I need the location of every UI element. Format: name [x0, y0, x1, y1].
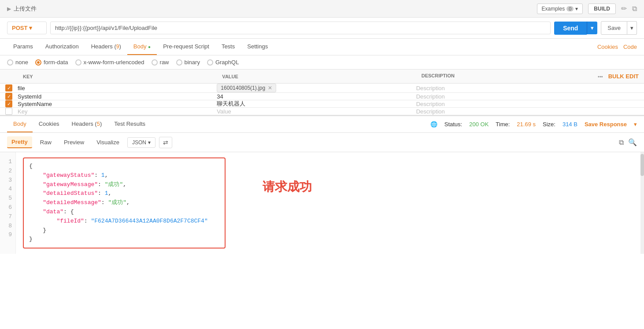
code-link[interactable]: Code	[623, 44, 637, 50]
send-button[interactable]: Send	[554, 22, 587, 35]
key-cell-1	[18, 84, 217, 93]
save-button-group: Save ▾	[601, 21, 637, 35]
wrap-button[interactable]: ⇄	[159, 137, 172, 148]
checkbox-2[interactable]	[5, 93, 12, 100]
save-response-button[interactable]: Save Response	[585, 121, 627, 128]
desc-cell-1	[416, 84, 644, 93]
rtab-headers[interactable]: Headers (5)	[66, 116, 108, 132]
row-checkbox-2[interactable]	[0, 93, 18, 100]
radio-form-data[interactable]: form-data	[35, 59, 68, 66]
tab-headers[interactable]: Headers (9)	[85, 39, 127, 55]
radio-dot-binary	[176, 59, 182, 66]
body-type-row: none form-data x-www-form-urlencoded raw…	[0, 55, 644, 69]
search-response-icon[interactable]: 🔍	[628, 138, 637, 146]
radio-dot-raw	[152, 59, 158, 66]
format-select[interactable]: JSON ▾	[127, 137, 155, 148]
checkbox-3[interactable]	[5, 100, 12, 107]
radio-none[interactable]: none	[7, 59, 28, 66]
size-label: Size:	[543, 121, 555, 128]
viewer-row: Pretty Raw Preview Visualize JSON ▾ ⇄ ⧉ …	[0, 133, 644, 152]
examples-badge: 0	[566, 6, 574, 11]
copy-icon[interactable]: ⧉	[632, 5, 637, 13]
scrollbar-track[interactable]	[640, 152, 644, 254]
key-header: KEY	[18, 69, 217, 84]
desc-input-1[interactable]	[416, 85, 644, 91]
radio-urlencoded[interactable]: x-www-form-urlencoded	[75, 59, 144, 66]
arrow-icon: ▶	[7, 6, 11, 12]
tab-params[interactable]: Params	[7, 39, 39, 55]
save-dropdown-button[interactable]: ▾	[627, 21, 637, 35]
row-checkbox-1[interactable]	[0, 84, 18, 93]
build-button[interactable]: BUILD	[588, 4, 616, 14]
title-area: ▶ 上传文件	[7, 5, 37, 13]
globe-icon: 🌐	[430, 121, 437, 128]
checkbox-1[interactable]	[5, 84, 12, 91]
url-input[interactable]	[50, 22, 551, 34]
rtab-body[interactable]: Body	[7, 116, 33, 132]
bulk-edit-button[interactable]: Bulk Edit	[608, 73, 639, 80]
request-tabs: Params Authorization Headers (9) Body ● …	[7, 39, 274, 55]
key-input-2[interactable]	[18, 93, 217, 100]
row-checkbox-3[interactable]	[0, 100, 18, 108]
desc-input-empty[interactable]	[416, 108, 644, 115]
method-select[interactable]: POST ▾	[7, 22, 47, 34]
value-header: VALUE	[217, 69, 416, 84]
cookies-link[interactable]: Cookies	[597, 44, 618, 50]
time-label: Time:	[496, 121, 510, 128]
viewer-right-actions: ⧉ 🔍	[619, 138, 637, 146]
tab-pre-request[interactable]: Pre-request Script	[157, 39, 215, 55]
more-options-icon[interactable]: •••	[598, 74, 603, 79]
page-title: 上传文件	[14, 5, 37, 13]
tab-settings[interactable]: Settings	[241, 39, 274, 55]
key-cell-3	[18, 100, 217, 108]
save-button[interactable]: Save	[601, 21, 627, 35]
radio-binary[interactable]: binary	[176, 59, 200, 66]
radio-graphql[interactable]: GraphQL	[207, 59, 239, 66]
value-cell-empty	[217, 108, 416, 115]
value-input-3[interactable]	[217, 101, 416, 107]
send-dropdown-button[interactable]: ▾	[587, 22, 597, 34]
format-dropdown-icon: ▾	[148, 139, 151, 146]
tab-authorization[interactable]: Authorization	[39, 39, 85, 55]
checkbox-empty[interactable]	[5, 108, 12, 115]
remove-file-icon[interactable]: ✕	[268, 85, 272, 91]
code-block: { "gatewayStatus": 1, "gatewayMessage": …	[23, 157, 226, 249]
key-input-3[interactable]	[18, 101, 217, 107]
response-meta: 🌐 Status: 200 OK Time: 21.69 s Size: 314…	[430, 121, 637, 128]
desc-cell-2	[416, 93, 644, 100]
key-input-empty[interactable]	[18, 108, 217, 115]
row-checkbox-empty	[0, 108, 18, 115]
desc-input-3[interactable]	[416, 101, 644, 107]
response-tabs: Body Cookies Headers (5) Test Results	[7, 116, 152, 132]
desc-cell-3	[416, 100, 644, 108]
save-response-dropdown-icon[interactable]: ▾	[634, 121, 637, 128]
view-preview[interactable]: Preview	[59, 137, 89, 148]
radio-raw[interactable]: raw	[152, 59, 169, 66]
method-label: POST	[12, 25, 27, 31]
table-row: 1600140805(1).jpg ✕	[0, 84, 644, 93]
tab-tests[interactable]: Tests	[215, 39, 241, 55]
edit-icon[interactable]: ✏	[621, 4, 627, 13]
key-input-1[interactable]	[18, 85, 217, 91]
table-row	[0, 93, 644, 100]
value-input-empty[interactable]	[217, 108, 416, 115]
time-value: 21.69 s	[517, 121, 536, 128]
desc-input-2[interactable]	[416, 93, 644, 100]
code-area: 12345 6789 { "gatewayStatus": 1, "gatewa…	[0, 152, 644, 254]
radio-dot-graphql	[207, 59, 213, 66]
copy-response-icon[interactable]: ⧉	[619, 138, 624, 146]
examples-button[interactable]: Examples 0 ▾	[537, 4, 583, 14]
key-cell-2	[18, 93, 217, 100]
rtab-test-results[interactable]: Test Results	[108, 116, 152, 132]
view-pretty[interactable]: Pretty	[7, 136, 32, 148]
scrollbar-thumb[interactable]	[640, 154, 644, 176]
method-dropdown-icon: ▾	[29, 25, 32, 31]
view-raw[interactable]: Raw	[36, 137, 56, 148]
value-input-2[interactable]	[217, 93, 416, 100]
status-value: 200 OK	[469, 121, 489, 128]
table-row	[0, 100, 644, 108]
rtab-cookies[interactable]: Cookies	[33, 116, 66, 132]
tab-body[interactable]: Body ●	[127, 39, 157, 55]
view-visualize[interactable]: Visualize	[92, 137, 124, 148]
file-name: 1600140805(1).jpg	[221, 85, 265, 91]
